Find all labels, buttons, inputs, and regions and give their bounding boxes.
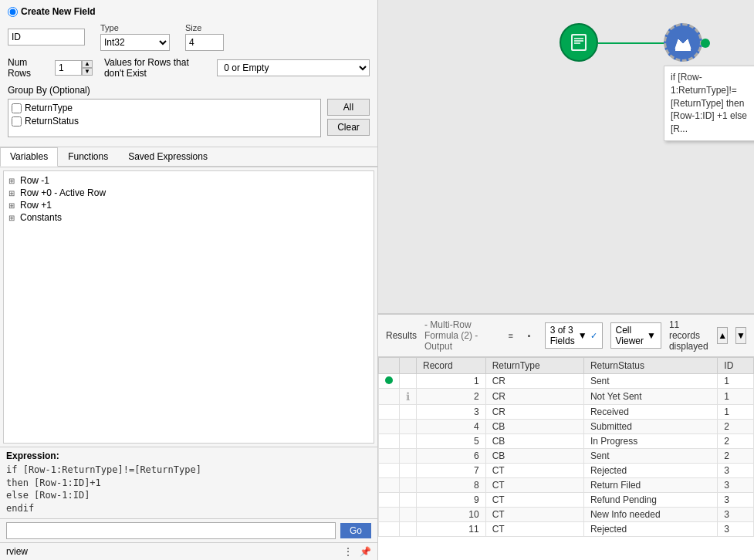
go-button[interactable]: Go (340, 523, 371, 538)
spinner-down[interactable]: ▼ (82, 68, 93, 76)
table-row[interactable]: 3 CR Received 1 (379, 405, 754, 420)
cell-id: 1 (718, 389, 754, 405)
records-count: 11 records displayed (669, 319, 709, 352)
cell-record: 5 (417, 434, 486, 449)
cell-id: 2 (718, 420, 754, 434)
table-row[interactable]: 9 CT Refund Pending 3 (379, 493, 754, 508)
output-dot (701, 39, 710, 48)
tab-saved-expressions[interactable]: Saved Expressions (118, 147, 218, 166)
svg-marker-5 (675, 39, 691, 49)
table-row[interactable]: 4 CB Submitted 2 (379, 420, 754, 434)
pin-icon[interactable]: 📌 (360, 546, 371, 557)
prev-nav-button[interactable]: ▲ (717, 327, 728, 344)
results-table: Record ReturnType ReturnStatus ID 1 CR S… (378, 357, 754, 537)
group-by-label: Group By (Optional) (8, 85, 370, 96)
tab-functions[interactable]: Functions (58, 147, 118, 166)
table-row[interactable]: 11 CT Rejected 3 (379, 522, 754, 537)
col-info (400, 358, 417, 374)
cell-returnstatus: New Info needed (583, 508, 717, 522)
cell-id: 1 (718, 374, 754, 389)
tree-row-active[interactable]: ⊞ Row +0 - Active Row (7, 187, 370, 199)
cell-id: 2 (718, 449, 754, 464)
col-indicator (379, 358, 400, 374)
num-rows-label: Num Rows (8, 57, 43, 79)
col-record[interactable]: Record (417, 358, 486, 374)
cell-id: 3 (718, 522, 754, 537)
field-name-input[interactable] (8, 29, 85, 46)
cell-returnstatus: Sent (583, 374, 717, 389)
type-select[interactable]: Int32 String Float (100, 34, 170, 51)
fields-selector[interactable]: 3 of 3 Fields ▼ ✓ (545, 322, 603, 349)
values-label: Values for Rows that don't Exist (104, 57, 205, 79)
cell-viewer-button[interactable]: Cell Viewer ▼ (610, 322, 661, 349)
cell-returnstatus: Sent (583, 449, 717, 464)
checkbox-returnstatus[interactable]: ReturnStatus (12, 116, 317, 127)
table-config-icon[interactable]: ≡ (503, 328, 519, 343)
create-new-radio[interactable] (8, 7, 18, 17)
table-row[interactable]: ℹ 2 CR Not Yet Sent 1 (379, 389, 754, 405)
expression-text: if [Row-1:ReturnType]!=[ReturnType] then… (6, 464, 371, 515)
cell-record: 6 (417, 449, 486, 464)
table-row[interactable]: 10 CT New Info needed 3 (379, 508, 754, 522)
spinner-up[interactable]: ▲ (82, 60, 93, 68)
size-label: Size (185, 23, 224, 32)
results-panel: Results - Multi-Row Formula (2) - Output… (378, 313, 754, 560)
go-input[interactable] (6, 522, 336, 539)
cell-returntype: CR (485, 389, 583, 405)
values-select[interactable]: 0 or Empty (217, 59, 370, 76)
canvas-tooltip: if [Row-1:ReturnType]!=[ReturnType] then… (664, 66, 754, 141)
connector-line (598, 42, 668, 44)
cell-record: 9 (417, 493, 486, 508)
cell-record: 4 (417, 420, 486, 434)
results-table-container[interactable]: Record ReturnType ReturnStatus ID 1 CR S… (378, 357, 754, 560)
cell-returntype: CT (485, 478, 583, 493)
num-rows-input[interactable] (55, 60, 82, 76)
cell-returntype: CT (485, 493, 583, 508)
table-row[interactable]: 5 CB In Progress 2 (379, 434, 754, 449)
cell-returntype: CT (485, 464, 583, 478)
all-button[interactable]: All (327, 99, 370, 116)
cell-returnstatus: Submitted (583, 420, 717, 434)
tree-constants[interactable]: ⊞ Constants (7, 211, 370, 224)
col-returntype[interactable]: ReturnType (485, 358, 583, 374)
crown-node[interactable] (664, 23, 702, 62)
book-node[interactable] (560, 23, 598, 62)
cell-returnstatus: Not Yet Sent (583, 389, 717, 405)
cell-record: 3 (417, 405, 486, 420)
dots-menu[interactable]: ⋮ (343, 545, 353, 558)
results-title: Results (386, 330, 417, 341)
expand-icon-row-active: ⊞ (8, 189, 18, 197)
row-indicator-icon: ▪ (522, 328, 537, 343)
cell-id: 3 (718, 478, 754, 493)
results-subtitle: - Multi-Row Formula (2) - Output (424, 319, 488, 352)
cell-returnstatus: Rejected (583, 464, 717, 478)
tree-row-plus1[interactable]: ⊞ Row +1 (7, 199, 370, 211)
expand-icon-constants: ⊞ (8, 214, 18, 222)
cell-returntype: CB (485, 434, 583, 449)
expand-icon-row-plus1: ⊞ (8, 201, 18, 210)
tree-row-minus1[interactable]: ⊞ Row -1 (7, 174, 370, 187)
clear-button[interactable]: Clear (327, 119, 370, 136)
col-returnstatus[interactable]: ReturnStatus (583, 358, 717, 374)
table-row[interactable]: 1 CR Sent 1 (379, 374, 754, 389)
cell-returnstatus: Received (583, 405, 717, 420)
group-by-checkboxes: ReturnType ReturnStatus (8, 99, 321, 137)
checkbox-returntype[interactable]: ReturnType (12, 103, 317, 113)
create-new-field-label[interactable]: Create New Field (8, 6, 96, 17)
tab-variables[interactable]: Variables (0, 147, 58, 167)
type-label: Type (100, 23, 170, 32)
view-label: rview (6, 546, 28, 557)
cell-record: 7 (417, 464, 486, 478)
next-nav-button[interactable]: ▼ (735, 327, 746, 344)
cell-record: 11 (417, 522, 486, 537)
book-icon (568, 32, 590, 53)
size-input[interactable] (185, 34, 224, 51)
table-row[interactable]: 7 CT Rejected 3 (379, 464, 754, 478)
table-row[interactable]: 8 CT Return Filed 3 (379, 478, 754, 493)
cell-returntype: CT (485, 508, 583, 522)
svg-rect-6 (675, 49, 691, 51)
col-id[interactable]: ID (718, 358, 754, 374)
cell-record: 1 (417, 374, 486, 389)
fields-dropdown-icon: ▼ (578, 330, 587, 341)
table-row[interactable]: 6 CB Sent 2 (379, 449, 754, 464)
